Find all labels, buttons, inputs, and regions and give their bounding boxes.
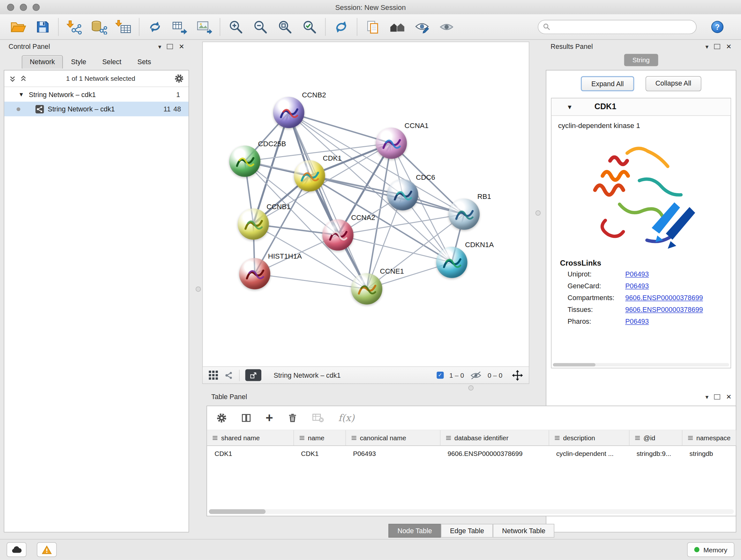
column-header[interactable]: shared name (207, 430, 293, 446)
tab-node-table[interactable]: Node Table (388, 524, 441, 538)
crosslink-link[interactable]: 9606.ENSP00000378699 (625, 306, 703, 314)
open-session-button[interactable] (6, 16, 30, 38)
column-sort-icon (634, 435, 640, 441)
birdseye-grid-icon[interactable] (208, 370, 218, 380)
table-horizontal-scrollbar[interactable] (209, 509, 734, 514)
copy-document-button[interactable] (360, 16, 385, 38)
collapse-all-button[interactable]: Collapse All (646, 76, 701, 91)
column-header[interactable]: description (549, 430, 629, 446)
float-panel-icon[interactable]: ▾ (705, 43, 709, 50)
selected-checkbox[interactable]: ✓ (436, 372, 444, 379)
zoom-selected-button[interactable] (297, 16, 322, 38)
expand-all-tree-icon[interactable] (20, 75, 27, 82)
close-panel-icon[interactable]: ✕ (726, 43, 731, 50)
table-cell[interactable]: stringdb (682, 446, 736, 461)
crosslink-link[interactable]: P06493 (625, 282, 649, 290)
float-panel-icon[interactable]: ▾ (158, 43, 161, 50)
new-network-from-selection-button[interactable] (143, 16, 167, 38)
table-cell[interactable]: P06493 (346, 446, 440, 461)
network-node-CCNA2[interactable] (322, 219, 354, 251)
save-session-button[interactable] (30, 16, 55, 38)
crosslink-link[interactable]: P06493 (625, 270, 649, 278)
add-column-plus-icon[interactable]: + (266, 413, 273, 423)
apply-layout-button[interactable] (329, 16, 354, 38)
tab-network-table[interactable]: Network Table (493, 524, 554, 538)
tab-sets[interactable]: Sets (129, 55, 159, 68)
import-network-from-file-button[interactable] (62, 16, 86, 38)
import-network-from-database-button[interactable] (86, 16, 111, 38)
table-cell[interactable]: stringdb:9... (629, 446, 682, 461)
crosslink-link[interactable]: 9606.ENSP00000378699 (625, 294, 703, 302)
network-node-CDKN1A[interactable] (436, 247, 468, 278)
close-panel-icon[interactable]: ✕ (726, 393, 731, 401)
cloud-status-button[interactable] (7, 543, 26, 557)
network-row[interactable]: String Network – cdk1 11 48 (4, 102, 189, 116)
collapse-all-tree-icon[interactable] (9, 75, 16, 82)
hidden-eye-icon[interactable] (470, 370, 482, 380)
tab-edge-table[interactable]: Edge Table (441, 524, 493, 538)
tab-string[interactable]: String (624, 54, 658, 66)
vertical-splitter-handle[interactable] (196, 287, 201, 292)
crosslink-link[interactable]: P06493 (625, 318, 649, 325)
column-header[interactable]: database identifier (440, 430, 549, 446)
gene-section-scrollbar[interactable] (553, 363, 729, 366)
import-table-button[interactable] (111, 16, 136, 38)
expand-all-button[interactable]: Expand All (581, 76, 634, 91)
network-node-CDC6[interactable] (387, 179, 418, 210)
float-panel-icon[interactable]: ▾ (705, 393, 709, 400)
share-network-icon[interactable] (224, 370, 233, 380)
help-button[interactable]: ? (705, 16, 730, 38)
network-node-CDC25B[interactable] (229, 145, 260, 177)
vertical-splitter-handle[interactable] (536, 210, 541, 215)
network-node-CDK1[interactable] (294, 160, 325, 192)
annotation-mode-button[interactable] (410, 16, 434, 38)
export-image-button[interactable] (192, 16, 216, 38)
show-columns-icon[interactable] (241, 413, 252, 423)
table-cell[interactable]: CDK1 (293, 446, 346, 461)
maximize-panel-icon[interactable] (167, 44, 173, 49)
table-cell[interactable]: cyclin-dependent ... (549, 446, 629, 461)
show-hide-button[interactable] (434, 16, 459, 38)
network-node-HIST1H1A[interactable] (239, 258, 270, 290)
memory-button[interactable]: Memory (687, 543, 734, 557)
warnings-button[interactable] (37, 543, 57, 557)
string-app-icon (36, 105, 44, 113)
clone-network-button[interactable] (167, 16, 192, 38)
column-header[interactable]: name (293, 430, 346, 446)
network-options-gear-icon[interactable] (174, 74, 184, 83)
horizontal-splitter-handle[interactable] (468, 385, 474, 390)
open-in-window-button[interactable] (246, 369, 261, 381)
table-options-gear-icon[interactable] (216, 413, 227, 423)
column-header[interactable]: canonical name (346, 430, 440, 446)
tab-network[interactable]: Network (22, 55, 63, 68)
network-node-CCNA1[interactable] (376, 128, 407, 159)
network-canvas[interactable]: CCNB2CCNA1CDC25BCDK1CDC6RB1CCNB1CCNA2CDK… (203, 42, 529, 367)
network-collection-row[interactable]: ▼ String Network – cdk1 1 (4, 87, 189, 102)
column-header[interactable]: namespace (682, 430, 736, 446)
home-view-button[interactable] (385, 16, 410, 38)
toolbar-search[interactable] (538, 19, 697, 34)
zoom-fit-button[interactable] (273, 16, 297, 38)
maximize-panel-icon[interactable] (714, 394, 720, 399)
network-node-CCNB1[interactable] (238, 208, 269, 240)
search-input[interactable] (553, 22, 691, 31)
column-header[interactable]: @id (629, 430, 682, 446)
close-panel-icon[interactable]: ✕ (179, 43, 184, 50)
table-cell[interactable]: CDK1 (207, 446, 293, 461)
tab-select[interactable]: Select (94, 55, 129, 68)
zoom-in-button[interactable] (223, 16, 248, 38)
network-node-CCNB2[interactable] (273, 97, 305, 128)
network-node-CCNE1[interactable] (351, 273, 382, 305)
table-row[interactable]: CDK1 CDK1 P06493 9606.ENSP00000378699 cy… (207, 446, 736, 461)
tab-style[interactable]: Style (63, 55, 94, 68)
collapse-section-arrow[interactable]: ▼ (567, 104, 573, 111)
maximize-panel-icon[interactable] (714, 44, 720, 49)
table-cell[interactable]: 9606.ENSP00000378699 (440, 446, 549, 461)
zoom-out-button[interactable] (248, 16, 273, 38)
collection-label: String Network – cdk1 (29, 91, 96, 98)
delete-column-trash-icon[interactable] (287, 413, 298, 423)
pan-crosshair-icon[interactable] (512, 369, 523, 381)
network-node-RB1[interactable] (448, 199, 480, 230)
gene-section-header[interactable]: ▼ CDK1 (551, 98, 731, 116)
tree-expand-arrow[interactable]: ▼ (18, 91, 24, 98)
